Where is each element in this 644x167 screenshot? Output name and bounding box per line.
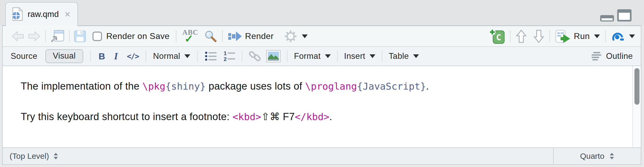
open-in-new-window-icon[interactable]	[50, 29, 65, 43]
image-icon[interactable]	[266, 50, 281, 62]
quarto-document-icon	[12, 7, 23, 21]
latex-command: \pkg	[142, 81, 166, 92]
spellcheck-check: ✓	[184, 33, 193, 45]
text-run: .	[426, 81, 429, 92]
insert-chunk-icon[interactable]: C	[489, 29, 505, 44]
run-options-caret-icon[interactable]	[594, 34, 600, 38]
visual-editor-canvas[interactable]: The implementation of the \pkg{shiny} pa…	[3, 66, 641, 147]
document-format-selector[interactable]: Quarto	[553, 148, 641, 164]
separator	[382, 51, 382, 62]
separator	[69, 30, 70, 42]
render-on-save-label: Render on Save	[106, 31, 170, 41]
separator	[287, 51, 287, 62]
render-options-caret-icon[interactable]	[302, 34, 308, 38]
latex-command: \proglang	[305, 81, 357, 92]
svg-text:1: 1	[224, 50, 227, 56]
format-label: Quarto	[580, 152, 604, 161]
editor-pane: Render on Save ABC ✓ Render	[2, 25, 641, 165]
back-icon[interactable]	[11, 30, 25, 42]
html-tag: </kbd>	[295, 111, 329, 122]
rstudio-source-pane: raw.qmd ×	[0, 0, 644, 167]
insert-caret-icon[interactable]	[370, 54, 375, 58]
text-run: Try this keyboard shortcut to insert a f…	[21, 111, 232, 122]
italic-button[interactable]: I	[114, 51, 118, 62]
separator	[242, 51, 242, 62]
run-previous-chunks-icon[interactable]	[516, 29, 527, 43]
outline-toggle[interactable]: Outline	[606, 51, 633, 61]
outline-icon	[591, 51, 603, 61]
gear-icon[interactable]	[284, 30, 297, 43]
link-icon[interactable]	[248, 50, 261, 63]
svg-text:C: C	[496, 32, 501, 42]
separator	[197, 51, 198, 62]
close-icon[interactable]: ×	[65, 9, 70, 19]
spellcheck-icon[interactable]: ABC ✓	[182, 29, 199, 44]
forward-icon[interactable]	[27, 30, 41, 42]
publish-options-caret-icon[interactable]	[629, 34, 635, 38]
separator	[337, 51, 338, 62]
stepper-icon	[53, 152, 58, 160]
separator	[605, 30, 606, 42]
editor-paragraph[interactable]: The implementation of the \pkg{shiny} pa…	[21, 79, 609, 93]
search-icon[interactable]	[204, 30, 217, 43]
document-body: The implementation of the \pkg{shiny} pa…	[3, 66, 641, 124]
bullet-list-icon[interactable]	[205, 50, 217, 62]
scope-selector[interactable]: (Top Level)	[3, 148, 62, 164]
render-button[interactable]: Render	[245, 31, 274, 41]
scrollbar-thumb[interactable]	[634, 68, 639, 105]
visual-mode-button[interactable]: Visual	[45, 49, 83, 63]
save-icon[interactable]	[74, 30, 86, 42]
run-icon	[555, 30, 571, 43]
render-icon	[228, 30, 242, 42]
latex-argument: {JavaScript}	[357, 81, 426, 92]
tab-strip: raw.qmd ×	[0, 0, 644, 25]
separator	[146, 51, 146, 62]
publish-icon[interactable]	[611, 30, 625, 42]
tab-raw-qmd[interactable]: raw.qmd ×	[5, 2, 78, 26]
run-next-chunk-icon[interactable]	[533, 29, 544, 43]
separator	[222, 30, 223, 42]
text-run: The implementation of the	[21, 81, 142, 92]
editor-paragraph[interactable]: Try this keyboard shortcut to insert a f…	[21, 110, 609, 124]
keyboard-shortcut-text: ⇧⌘ F7	[261, 111, 295, 122]
separator	[510, 30, 511, 42]
primary-toolbar: Render on Save ABC ✓ Render	[3, 25, 641, 47]
render-on-save-checkbox[interactable]	[92, 32, 102, 41]
separator	[176, 30, 176, 42]
separator	[45, 30, 46, 42]
separator	[549, 30, 550, 42]
format-caret-icon[interactable]	[325, 54, 331, 58]
minimize-pane-icon[interactable]	[600, 15, 614, 22]
source-mode-button[interactable]: Source	[11, 51, 37, 61]
stepper-icon	[609, 152, 615, 160]
table-menu[interactable]: Table	[389, 51, 409, 61]
separator	[90, 51, 91, 62]
scope-label: (Top Level)	[10, 152, 49, 161]
numbered-list-icon[interactable]: 1 2	[223, 50, 236, 62]
svg-text:2: 2	[224, 56, 227, 62]
vertical-scrollbar[interactable]	[632, 66, 641, 147]
text-run: package uses lots of	[206, 81, 305, 92]
latex-argument: {shiny}	[165, 81, 206, 92]
bold-button[interactable]: B	[99, 51, 105, 61]
paragraph-style-caret-icon[interactable]	[184, 54, 190, 58]
html-tag: <kbd>	[232, 111, 261, 122]
code-button[interactable]: </>	[127, 52, 139, 61]
tab-title: raw.qmd	[28, 10, 59, 19]
run-button[interactable]: Run	[574, 31, 590, 41]
paragraph-style-dropdown[interactable]: Normal	[153, 51, 180, 61]
text-run: .	[329, 111, 332, 122]
formatting-toolbar: Source Visual B I </> Normal 1 2	[3, 47, 641, 66]
editor-status-bar: (Top Level) Quarto	[3, 147, 641, 164]
format-menu[interactable]: Format	[294, 51, 321, 61]
insert-menu[interactable]: Insert	[344, 51, 365, 61]
table-caret-icon[interactable]	[413, 54, 419, 58]
maximize-pane-icon[interactable]	[617, 9, 632, 22]
